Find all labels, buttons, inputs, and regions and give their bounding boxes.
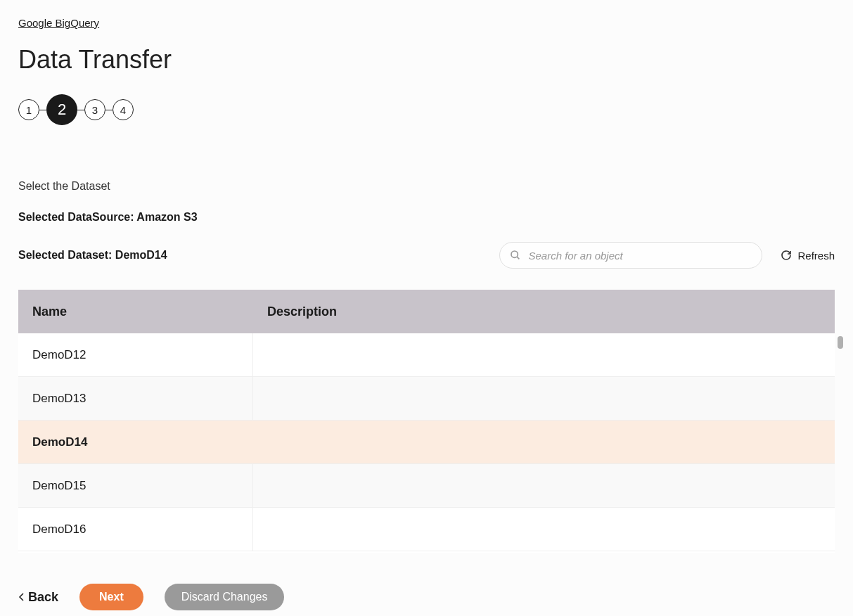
table-row[interactable]: DemoD15 [18, 464, 835, 508]
cell-name: DemoD15 [18, 464, 253, 507]
table-row[interactable]: DemoD14 [18, 421, 835, 464]
step-connector [105, 110, 113, 110]
step-connector [39, 110, 46, 110]
step-3[interactable]: 3 [84, 99, 105, 120]
table-row[interactable]: DemoD13 [18, 377, 835, 421]
step-2[interactable]: 2 [46, 94, 77, 125]
scrollbar-track[interactable] [835, 333, 845, 553]
selected-datasource: Selected DataSource: Amazon S3 [18, 211, 835, 224]
page-title: Data Transfer [18, 45, 835, 75]
cell-name: DemoD12 [18, 333, 253, 376]
search-box[interactable] [499, 242, 762, 269]
cell-name: DemoD14 [18, 421, 253, 463]
column-header-name[interactable]: Name [18, 304, 253, 319]
cell-name: DemoD16 [18, 508, 253, 551]
discard-button[interactable]: Discard Changes [165, 584, 285, 610]
refresh-icon [781, 250, 792, 261]
section-label: Select the Dataset [18, 180, 835, 193]
footer-actions: Back Next Discard Changes [18, 584, 835, 610]
step-connector [77, 110, 84, 110]
column-header-description[interactable]: Description [253, 304, 835, 319]
refresh-button[interactable]: Refresh [781, 250, 835, 262]
step-1[interactable]: 1 [18, 99, 39, 120]
search-input[interactable] [528, 250, 752, 262]
chevron-left-icon [18, 592, 25, 602]
svg-line-1 [517, 257, 519, 259]
dataset-table: Name Description DemoD12 DemoD13 DemoD14… [18, 290, 835, 553]
refresh-label: Refresh [797, 250, 835, 262]
svg-point-0 [511, 251, 518, 257]
table-body: DemoD12 DemoD13 DemoD14 DemoD15 DemoD16 [18, 333, 835, 553]
back-button[interactable]: Back [18, 590, 58, 605]
search-icon [510, 250, 521, 261]
table-header: Name Description [18, 290, 835, 333]
next-button[interactable]: Next [79, 584, 143, 610]
selected-dataset: Selected Dataset: DemoD14 [18, 249, 167, 262]
step-4[interactable]: 4 [113, 99, 134, 120]
table-row[interactable]: DemoD16 [18, 508, 835, 551]
stepper: 1 2 3 4 [18, 94, 835, 125]
scrollbar-thumb[interactable] [838, 336, 843, 349]
breadcrumb-link[interactable]: Google BigQuery [18, 17, 99, 29]
cell-name: DemoD13 [18, 377, 253, 420]
table-row[interactable]: DemoD12 [18, 333, 835, 377]
back-label: Back [28, 590, 58, 605]
